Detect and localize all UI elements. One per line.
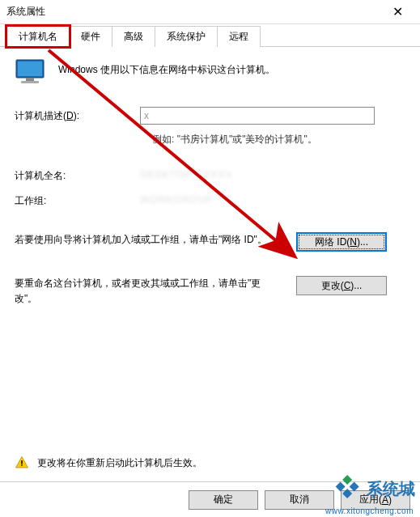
network-id-button[interactable]: 网络 ID(N)...: [296, 232, 387, 252]
description-label: 计算机描述(D):: [15, 109, 140, 123]
tab-advanced[interactable]: 高级: [112, 26, 155, 47]
svg-rect-9: [350, 481, 359, 491]
description-input[interactable]: [140, 107, 375, 125]
watermark: 系统城: [334, 475, 415, 502]
change-text: 要重命名这台计算机，或者更改其域或工作组，请单击"更改"。: [15, 276, 280, 307]
titlebar: 系统属性 ✕: [0, 0, 420, 24]
tab-strip: 计算机名 硬件 高级 系统保护 远程: [0, 24, 420, 47]
svg-rect-2: [26, 78, 34, 81]
tab-computer-name[interactable]: 计算机名: [6, 26, 70, 47]
workgroup-value: WORKGROUP: [140, 194, 213, 208]
svg-rect-8: [336, 481, 346, 491]
network-id-text: 若要使用向导将计算机加入域或工作组，请单击"网络 ID"。: [15, 232, 280, 248]
warning-icon: [15, 456, 29, 470]
svg-rect-7: [342, 475, 352, 485]
svg-rect-5: [21, 464, 23, 466]
tab-panel-computer-name: Windows 使用以下信息在网络中标识这台计算机。 计算机描述(D): 例如:…: [0, 47, 420, 307]
fullname-value: DESKTOP-XXXXX: [140, 169, 232, 183]
watermark-url: www.xitongcheng.com: [325, 506, 414, 515]
close-button[interactable]: ✕: [381, 0, 414, 24]
svg-rect-1: [18, 61, 42, 76]
fullname-label: 计算机全名:: [15, 169, 140, 183]
tab-hardware[interactable]: 硬件: [69, 26, 112, 47]
change-button[interactable]: 更改(C)...: [296, 276, 387, 295]
intro-text: Windows 使用以下信息在网络中标识这台计算机。: [58, 58, 275, 77]
tab-system-protection[interactable]: 系统保护: [155, 26, 218, 47]
tab-remote[interactable]: 远程: [217, 26, 261, 47]
cancel-button[interactable]: 取消: [265, 490, 334, 510]
restart-warning: 更改将在你重新启动此计算机后生效。: [15, 456, 202, 470]
window-title: 系统属性: [6, 5, 381, 19]
watermark-brand: 系统城: [367, 478, 415, 500]
svg-rect-10: [342, 489, 352, 498]
svg-rect-4: [21, 460, 23, 464]
svg-rect-3: [21, 81, 39, 83]
workgroup-label: 工作组:: [15, 194, 140, 208]
ok-button[interactable]: 确定: [189, 490, 258, 510]
computer-icon: [15, 58, 47, 87]
warning-text: 更改将在你重新启动此计算机后生效。: [37, 456, 202, 470]
watermark-icon: [334, 475, 362, 502]
description-example: 例如: "书房计算机"或"美玲的计算机"。: [152, 133, 405, 146]
